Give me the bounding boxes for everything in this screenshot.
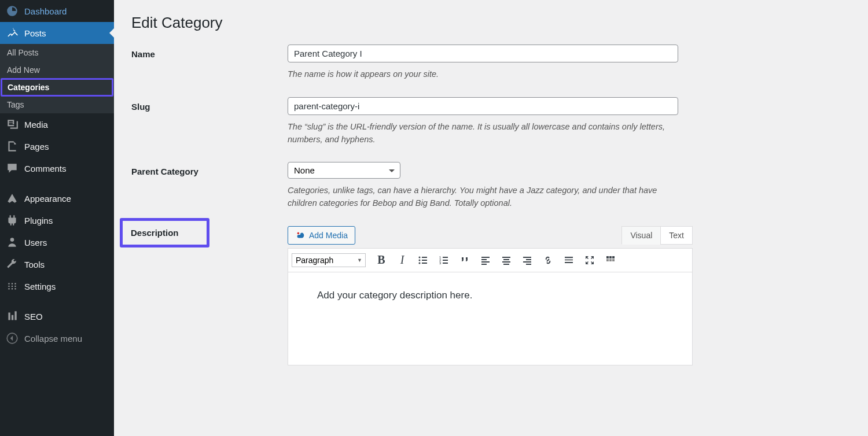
submenu-categories[interactable]: Categories — [1, 78, 113, 97]
svg-rect-7 — [422, 263, 427, 264]
svg-rect-19 — [503, 259, 509, 260]
menu-label: Plugins — [24, 216, 53, 226]
menu-users[interactable]: Users — [0, 231, 114, 253]
svg-rect-20 — [502, 261, 510, 263]
submenu-posts: All Posts Add New Categories Tags — [0, 44, 114, 113]
tools-icon — [6, 258, 19, 271]
help-name: The name is how it appears on your site. — [288, 68, 670, 81]
menu-posts[interactable]: Posts — [0, 22, 114, 44]
field-row-description: Description Add Media Visual Text Paragr… — [131, 226, 851, 365]
menu-comments[interactable]: Comments — [0, 157, 114, 179]
svg-rect-28 — [565, 260, 573, 261]
svg-rect-23 — [526, 259, 531, 260]
admin-sidebar: Dashboard Posts All Posts Add New Catego… — [0, 0, 114, 436]
media-add-icon — [295, 230, 306, 241]
input-name[interactable] — [288, 45, 678, 62]
svg-rect-18 — [502, 257, 510, 258]
quote-button[interactable] — [455, 252, 475, 269]
svg-point-4 — [419, 259, 421, 261]
menu-media[interactable]: Media — [0, 113, 114, 135]
menu-collapse[interactable]: Collapse menu — [0, 327, 114, 349]
italic-button[interactable]: I — [392, 252, 412, 269]
field-row-slug: Slug The “slug” is the URL-friendly vers… — [131, 97, 851, 146]
menu-label: Tools — [24, 260, 45, 269]
menu-label: Dashboard — [24, 6, 67, 16]
submenu-add-new[interactable]: Add New — [0, 61, 114, 79]
user-icon — [6, 236, 19, 249]
svg-point-2 — [419, 256, 421, 258]
link-button[interactable] — [538, 252, 558, 269]
svg-rect-13 — [443, 263, 448, 264]
fullscreen-button[interactable] — [580, 252, 599, 269]
align-right-button[interactable] — [517, 252, 537, 269]
select-parent[interactable]: None — [288, 162, 400, 179]
add-media-button[interactable]: Add Media — [288, 226, 355, 245]
svg-rect-11 — [443, 260, 448, 261]
menu-label: Posts — [24, 28, 46, 38]
svg-rect-33 — [606, 259, 609, 261]
menu-separator — [0, 179, 114, 187]
settings-icon — [6, 280, 19, 293]
tab-text[interactable]: Text — [660, 226, 693, 245]
page-icon — [6, 140, 19, 153]
help-slug: The “slug” is the URL-friendly version o… — [288, 121, 670, 146]
svg-rect-25 — [526, 264, 531, 265]
number-list-button[interactable]: 123 — [434, 252, 454, 269]
comment-icon — [6, 162, 19, 175]
menu-label: Settings — [24, 282, 56, 291]
submenu-all-posts[interactable]: All Posts — [0, 44, 114, 61]
menu-appearance[interactable]: Appearance — [0, 187, 114, 209]
svg-rect-26 — [565, 257, 573, 258]
media-icon — [6, 118, 19, 131]
menu-dashboard[interactable]: Dashboard — [0, 0, 114, 22]
svg-rect-27 — [565, 259, 573, 260]
menu-seo[interactable]: SEO — [0, 305, 114, 327]
svg-rect-35 — [612, 259, 615, 261]
main-content: Edit Category Name The name is how it ap… — [114, 0, 868, 436]
seo-icon — [6, 310, 19, 323]
label-slug: Slug — [131, 97, 288, 146]
toolbar-toggle-button[interactable] — [601, 252, 620, 269]
menu-tools[interactable]: Tools — [0, 253, 114, 275]
menu-plugins[interactable]: Plugins — [0, 209, 114, 231]
bold-button[interactable]: B — [372, 252, 391, 269]
svg-rect-31 — [609, 256, 612, 258]
menu-label: Comments — [24, 164, 67, 173]
field-row-parent: Parent Category None Categories, unlike … — [131, 162, 851, 210]
align-center-button[interactable] — [496, 252, 516, 269]
svg-rect-9 — [443, 257, 448, 258]
svg-rect-29 — [565, 262, 573, 263]
more-button[interactable] — [559, 252, 579, 269]
label-parent: Parent Category — [131, 162, 288, 210]
svg-point-6 — [419, 262, 421, 264]
editor-content[interactable]: Add your category description here. — [288, 272, 692, 365]
svg-rect-21 — [503, 264, 509, 265]
menu-separator — [0, 297, 114, 305]
pin-icon — [6, 27, 19, 39]
menu-label: Media — [24, 120, 48, 130]
menu-label: Users — [24, 238, 47, 247]
field-row-name: Name The name is how it appears on your … — [131, 45, 851, 81]
help-parent: Categories, unlike tags, can have a hier… — [288, 184, 670, 210]
label-description: Description — [120, 218, 209, 247]
editor-toolbar: Paragraph B I 123 — [288, 249, 692, 272]
menu-pages[interactable]: Pages — [0, 135, 114, 157]
svg-rect-17 — [481, 264, 487, 265]
tab-visual[interactable]: Visual — [621, 226, 660, 245]
submenu-tags[interactable]: Tags — [0, 96, 114, 113]
svg-rect-30 — [606, 256, 609, 258]
svg-text:3: 3 — [439, 261, 442, 265]
bullet-list-button[interactable] — [413, 252, 433, 269]
label-name: Name — [131, 45, 288, 81]
format-select[interactable]: Paragraph — [292, 253, 366, 267]
appearance-icon — [6, 192, 19, 205]
input-slug[interactable] — [288, 97, 678, 115]
svg-rect-32 — [612, 256, 615, 258]
svg-rect-16 — [481, 261, 490, 263]
svg-rect-34 — [609, 259, 612, 261]
align-left-button[interactable] — [476, 252, 495, 269]
svg-rect-24 — [523, 261, 531, 263]
page-title: Edit Category — [131, 14, 851, 32]
menu-settings[interactable]: Settings — [0, 275, 114, 297]
svg-rect-3 — [422, 257, 427, 258]
